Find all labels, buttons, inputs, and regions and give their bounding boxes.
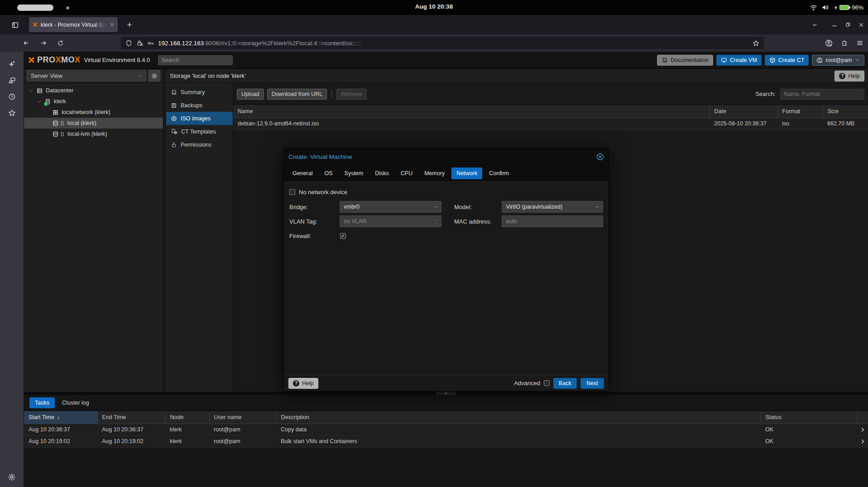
col-header-description[interactable]: Description [276,411,761,424]
window-minimize-icon[interactable] [831,22,838,28]
horizontal-splitter[interactable] [24,392,868,395]
new-tab-button[interactable]: + [123,19,136,31]
reload-button[interactable] [53,37,67,49]
vlan-spinner[interactable] [340,215,441,227]
tab-general[interactable]: General [288,167,317,179]
remove-button[interactable]: Remove [336,89,367,100]
tab-os[interactable]: OS [319,167,337,179]
col-header-user-name[interactable]: User name [209,411,276,424]
splitter-collapse-handle[interactable] [436,392,456,395]
url-host: 192.168.122.163 [158,40,204,47]
col-header-status[interactable]: Status [761,411,857,424]
user-menu-button[interactable]: root@pam [812,55,864,66]
system-clock[interactable]: Aug 10 20:38 [415,3,453,10]
col-header-name[interactable]: Name [233,105,710,118]
expander-icon[interactable] [37,99,42,104]
forward-button[interactable] [37,37,51,49]
mac-field[interactable] [502,215,603,227]
model-value[interactable] [502,201,603,212]
firewall-checkbox[interactable] [340,233,346,239]
advanced-checkbox[interactable] [544,380,550,386]
chevron-right-icon[interactable] [860,439,866,444]
tree-item-local-lvm-storage[interactable]: local-lvm (klerk) [24,129,163,139]
create-ct-button[interactable]: Create CT [765,55,809,66]
tab-disks[interactable]: Disks [370,167,394,179]
activities-pill[interactable] [17,5,53,11]
extensions-puzzle-icon[interactable] [841,39,848,47]
upload-button[interactable]: Upload [237,89,264,100]
tab-confirm[interactable]: Confirm [484,167,514,179]
tab-close-icon[interactable] [110,22,115,27]
col-header-format[interactable]: Format [777,105,823,118]
browser-tab[interactable]: klerk - Proxmox Virtual En [29,17,118,32]
dialog-close-icon[interactable] [596,153,604,161]
back-button[interactable] [19,37,33,49]
back-button[interactable]: Back [553,378,577,389]
bridge-value[interactable] [340,201,441,212]
spin-down-icon[interactable] [434,222,439,225]
menu-item-summary[interactable]: Summary [166,86,233,99]
vlan-input[interactable] [340,216,441,227]
window-restore-icon[interactable] [845,22,851,28]
menu-item-ct-templates[interactable]: CT Templates [166,125,233,138]
passkey-icon[interactable] [147,40,154,47]
global-search-input[interactable] [158,55,233,65]
col-header-date[interactable]: Date [710,105,777,118]
chevron-right-icon[interactable] [860,427,866,433]
sidebar-toggle-button[interactable] [8,19,22,31]
download-from-url-button[interactable]: Download from URL [267,89,327,100]
tree-item-node[interactable]: klerk [24,96,163,107]
bridge-combobox[interactable] [340,201,441,213]
tree-item-datacenter[interactable]: Datacenter [24,85,163,96]
menu-item-backups[interactable]: Backups [166,99,233,112]
spinner-buttons[interactable] [434,218,439,225]
app-menu-icon[interactable] [856,39,863,47]
insecure-lock-icon[interactable] [136,40,143,47]
help-button[interactable]: Help [834,71,864,81]
col-header-end-time[interactable]: End Time [97,411,165,424]
list-all-tabs-icon[interactable] [811,22,818,28]
account-icon[interactable] [825,39,833,47]
task-row[interactable]: Aug 10 20:36:37Aug 10 20:36:37klerkroot@… [24,424,868,435]
settings-button[interactable] [5,470,19,484]
tree-settings-button[interactable] [149,70,160,81]
spin-up-icon[interactable] [434,218,439,221]
url-bar[interactable]: 192.168.122.163:8006/#v1:0:=storage%2Fkl… [121,37,764,49]
history-button[interactable] [5,90,19,103]
dialog-help-button[interactable]: Help [288,378,318,389]
menu-item-iso-images[interactable]: ISO Images [166,112,233,125]
synced-tabs-button[interactable] [5,73,19,87]
tab-tasks[interactable]: Tasks [29,397,55,408]
window-close-icon[interactable] [858,22,864,28]
tab-system[interactable]: System [340,167,369,179]
iso-row[interactable]: debian-12.9.0-amd64-netinst.iso 2025-08-… [233,118,868,129]
col-header-start-time[interactable]: Start Time [24,411,97,424]
expander-icon[interactable] [29,88,34,93]
tracking-shield-icon[interactable] [125,40,132,47]
chevron-down-icon[interactable] [433,204,438,210]
system-tray[interactable]: 96% [810,0,863,15]
view-selector[interactable]: Server View [27,70,146,81]
task-row[interactable]: Aug 10 20:19:02Aug 10 20:19:02klerkroot@… [24,435,868,447]
mac-input[interactable] [502,216,603,227]
iso-filter-input[interactable] [780,89,864,100]
storage-db-icon [52,120,59,127]
tree-item-local-storage[interactable]: local (klerk) [24,118,163,129]
bookmark-star-icon[interactable] [753,40,759,47]
tree-item-localnetwork[interactable]: localnetwork (klerk) [24,107,163,118]
ai-chat-button[interactable] [5,57,19,71]
create-vm-button[interactable]: Create VM [716,55,762,66]
tab-cluster-log[interactable]: Cluster log [57,397,95,408]
tab-network[interactable]: Network [451,167,482,179]
menu-item-permissions[interactable]: Permissions [166,138,233,151]
no-network-device-checkbox[interactable] [289,189,295,195]
bookmarks-button[interactable] [5,106,19,119]
tab-memory[interactable]: Memory [419,167,450,179]
col-header-size[interactable]: Size [823,105,868,118]
chevron-down-icon[interactable] [595,204,600,210]
model-combobox[interactable] [502,201,603,213]
col-header-node[interactable]: Node [165,411,209,424]
documentation-button[interactable]: Documentation [657,55,713,66]
tab-cpu[interactable]: CPU [396,167,417,179]
next-button[interactable]: Next [580,378,604,389]
